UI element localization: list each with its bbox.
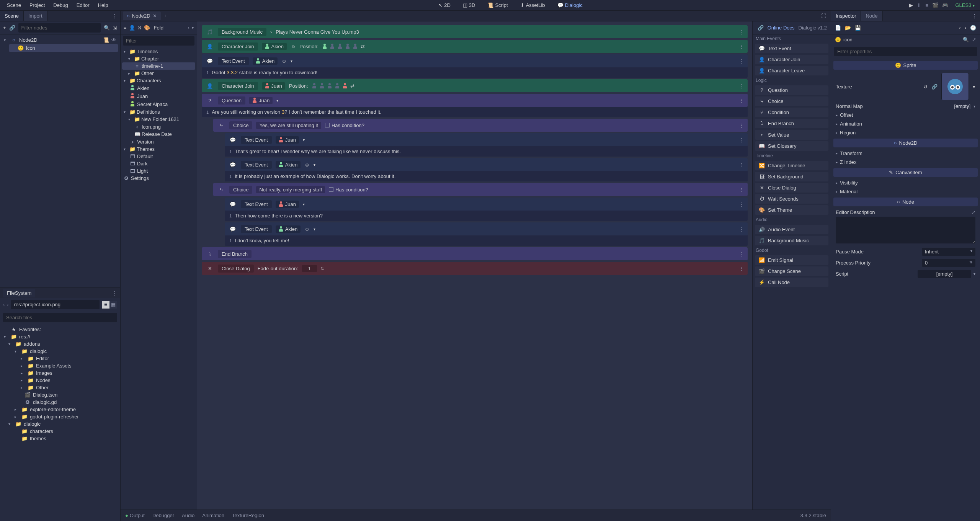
checkbox-icon[interactable]	[329, 187, 333, 192]
btn-call-node[interactable]: ⚡Call Node	[755, 278, 828, 287]
add-tab-icon[interactable]: +	[161, 13, 172, 19]
btn-question[interactable]: ?Question	[755, 85, 828, 95]
class-canvasitem[interactable]: ✎CanvasItem	[833, 168, 978, 177]
script-value[interactable]: [empty]	[918, 270, 971, 278]
evt-char-join-juan[interactable]: 👤 Character Join Juan Position: ⇄	[202, 79, 748, 92]
btn-set-glossary[interactable]: 📖Set Glossary	[755, 141, 828, 151]
portrait-icon[interactable]: ☺	[304, 226, 309, 232]
search-icon[interactable]: 🔍	[963, 37, 969, 42]
btn-change-timeline[interactable]: 🔀Change Timeline	[755, 161, 828, 170]
section-offset[interactable]: ▸Offset	[833, 111, 978, 119]
btn-condition[interactable]: ⑂Condition	[755, 108, 828, 117]
fs-explore[interactable]: ▸📁explore-editor-theme	[2, 406, 118, 413]
dlt-timelines[interactable]: ▾📁Timelines	[122, 48, 195, 55]
dlt-releasedate[interactable]: 📖Release Date	[122, 131, 195, 138]
flip-icon[interactable]: ⇄	[361, 44, 365, 49]
fs-addons[interactable]: ▾📁addons	[2, 340, 118, 348]
evt-char-join-akien[interactable]: 👤 Character Join Akien ☺ Position:	[202, 40, 748, 53]
mode-script[interactable]: 📜Script	[484, 1, 511, 10]
btn-change-scene[interactable]: 🎬Change Scene	[755, 266, 828, 276]
checkbox-icon[interactable]	[325, 123, 330, 127]
scene-root-node[interactable]: ▾ ○ Node2D 📜👁	[2, 36, 118, 44]
dlt-light[interactable]: 🗔Light	[122, 167, 195, 175]
dlt-alpaca[interactable]: Secret Alpaca	[122, 100, 195, 108]
btn-emit-signal[interactable]: 📶Emit Signal	[755, 255, 828, 265]
btn-end-branch[interactable]: ⤵End Branch	[755, 119, 828, 128]
evt-options-icon[interactable]: ⋮	[739, 226, 744, 232]
flip-icon[interactable]: ⇄	[350, 83, 354, 89]
mode-dialogic[interactable]: 💬Dialogic	[554, 1, 586, 10]
evt-bgmusic[interactable]: 🎵 Background Music › Plays Never Gonna G…	[202, 25, 748, 38]
dlt-definitions[interactable]: ▾📁Definitions	[122, 108, 195, 116]
evt-options-icon[interactable]: ⋮	[739, 98, 744, 103]
save-resource-icon[interactable]: 💾	[855, 25, 861, 31]
btn-set-background[interactable]: 🖼Set Background	[755, 172, 828, 181]
evt-text-juan-1[interactable]: 💬 Text Event Juan ▾ ⋮	[225, 133, 748, 146]
section-region[interactable]: ▸Region	[833, 128, 978, 137]
fs-characters[interactable]: 📁characters	[2, 428, 118, 435]
dlt-akien[interactable]: Akien	[122, 84, 195, 92]
filesystem-options-icon[interactable]: ⋮	[112, 290, 117, 296]
palette-icon[interactable]: 🎨	[144, 25, 150, 31]
shuffle-icon[interactable]: ⤨	[137, 25, 142, 31]
evt-text-juan-2[interactable]: 💬 Text Event Juan ▾ ⋮	[225, 198, 748, 211]
evt-choice-1[interactable]: ⤷ Choice Yes, we are still updating it H…	[213, 119, 748, 132]
filesystem-path-input[interactable]	[11, 300, 100, 309]
evt-options-icon[interactable]: ⋮	[739, 122, 744, 128]
fs-dialogic-gd[interactable]: ⚙dialogic.gd	[2, 399, 118, 406]
evt-question-body[interactable]: 1Are you still working on version 3? I d…	[202, 107, 748, 117]
align-left-icon[interactable]: ≡	[124, 25, 127, 31]
filesystem-search-input[interactable]	[3, 313, 117, 322]
fs-nodes[interactable]: ▸📁Nodes	[2, 377, 118, 384]
collapse-icon[interactable]: ⇲	[113, 25, 117, 31]
portrait-icon[interactable]: ☺	[304, 162, 309, 168]
view-grid-icon[interactable]: ▦	[109, 301, 117, 309]
evt-options-icon[interactable]: ⋮	[739, 58, 744, 64]
evt-text-body[interactable]: 1Godot 3.3.2 stable is ready for you to …	[202, 67, 748, 78]
visibility-icon[interactable]: 👁	[111, 37, 116, 43]
script-open-icon[interactable]: 📜	[103, 37, 109, 43]
new-resource-icon[interactable]: 📄	[835, 25, 841, 31]
bottom-texregion[interactable]: TextureRegion	[232, 513, 264, 518]
chevron-down-icon[interactable]: ▾	[314, 227, 315, 231]
fs-favorites[interactable]: ★Favorites:	[2, 326, 118, 333]
dlt-newfolder[interactable]: ▾📁New Folder 1621	[122, 116, 195, 123]
portrait-icon[interactable]: ☺	[291, 44, 296, 49]
btn-set-theme[interactable]: 🎨Set Theme	[755, 205, 828, 215]
evt-text-akien-2[interactable]: 💬 Text Event Akien ☺ ▾ ⋮	[225, 158, 748, 171]
scene-tab-node2d[interactable]: ○ Node2D ✕	[123, 11, 161, 20]
editor-desc-input[interactable]	[836, 217, 975, 243]
evt-options-icon[interactable]: ⋮	[739, 187, 744, 193]
section-material[interactable]: ▸Material	[833, 187, 978, 196]
scene-icon-node[interactable]: 🙂 icon	[9, 44, 118, 52]
fs-images[interactable]: ▸📁Images	[2, 369, 118, 377]
evt-choice-2[interactable]: ⤷ Choice Not really, only merging stuff …	[213, 183, 748, 196]
revert-icon[interactable]: ↺	[923, 84, 928, 90]
person-tool-icon[interactable]: 👤	[129, 25, 135, 31]
evt-question[interactable]: ? Question Juan ▾ ⋮	[202, 94, 748, 107]
bottom-animation[interactable]: Animation	[202, 513, 224, 518]
chevron-down-icon[interactable]: ▾	[314, 163, 315, 167]
stop-icon[interactable]: ■	[926, 2, 929, 8]
dlt-settings[interactable]: ⚙Settings	[122, 175, 195, 182]
dlt-dark[interactable]: 🗔Dark	[122, 160, 195, 167]
link-icon[interactable]: 🔗	[931, 84, 938, 90]
menu-debug[interactable]: Debug	[49, 1, 72, 10]
btn-bgmusic[interactable]: 🎵Background Music	[755, 236, 828, 245]
evt-options-icon[interactable]: ⋮	[739, 44, 744, 49]
renderer-dropdown[interactable]: GLES3 ▾	[953, 2, 977, 8]
dock-options-icon[interactable]: ⋮	[109, 13, 120, 19]
dlt-version[interactable]: 𝑥Version	[122, 138, 195, 145]
play-custom-icon[interactable]: 🎮	[942, 2, 948, 8]
dlt-juan[interactable]: Juan	[122, 92, 195, 100]
evt-options-icon[interactable]: ⋮	[739, 83, 744, 89]
evt-options-icon[interactable]: ⋮	[739, 29, 744, 35]
fs-dialog-tscn[interactable]: 🎬Dialog.tscn	[2, 391, 118, 399]
evt-options-icon[interactable]: ⋮	[739, 266, 744, 271]
menu-editor[interactable]: Editor	[73, 1, 93, 10]
fs-res[interactable]: ▾📁res://	[2, 333, 118, 340]
distraction-free-icon[interactable]: ⛶	[819, 13, 828, 19]
chevron-down-icon[interactable]: ▾	[276, 98, 278, 103]
tab-scene[interactable]: Scene	[0, 11, 24, 21]
dlt-characters[interactable]: ▾📁Characters	[122, 77, 195, 84]
